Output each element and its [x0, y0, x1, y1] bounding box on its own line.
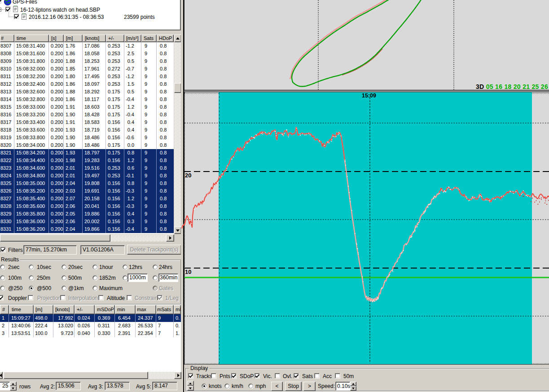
svg-text:15:09: 15:09 [362, 92, 376, 99]
svg-text:10: 10 [185, 269, 191, 275]
svg-text:20: 20 [185, 172, 191, 179]
svg-text:3D 05 16 18 20 21 25 26: 3D 05 16 18 20 21 25 26 [476, 83, 548, 90]
